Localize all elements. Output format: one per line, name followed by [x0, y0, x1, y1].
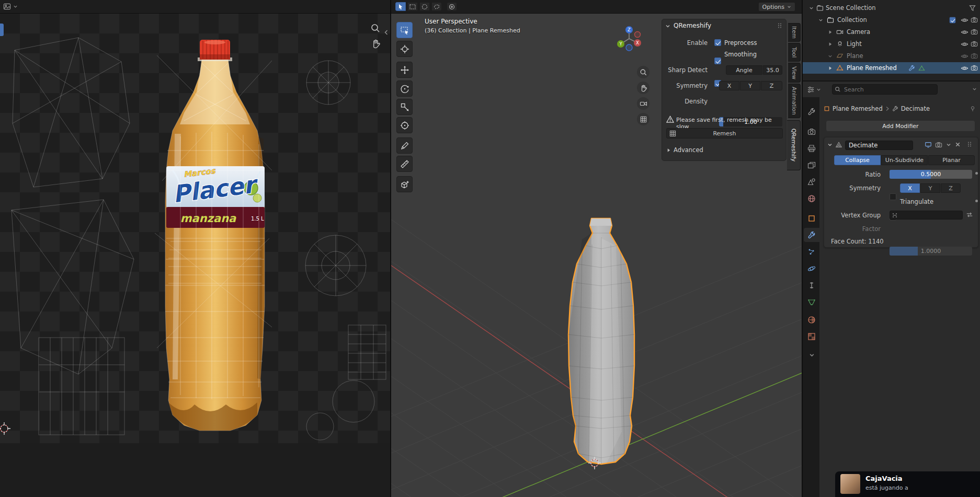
smoothing-checkbox[interactable]	[714, 57, 721, 64]
symmetry-y-button[interactable]: Y	[920, 183, 940, 193]
tool-add-cube-button[interactable]	[396, 176, 413, 192]
uv-pan-hand-icon[interactable]	[371, 39, 381, 49]
tab-constraints[interactable]	[804, 278, 819, 292]
rail-more-chevron-icon[interactable]	[804, 348, 819, 362]
panel-collapse-chevron-icon[interactable]	[827, 142, 833, 147]
tab-output[interactable]	[804, 141, 819, 155]
viewport-camera-view-icon[interactable]	[637, 97, 649, 110]
select-mode-lasso-button[interactable]	[431, 2, 442, 11]
npanel-tab-tool[interactable]: Tool	[788, 43, 801, 62]
tab-scene[interactable]	[804, 175, 819, 189]
ratio-animate-dot[interactable]	[975, 172, 978, 175]
tab-world[interactable]	[804, 191, 819, 205]
add-modifier-button[interactable]: Add Modifier	[826, 120, 975, 132]
vertex-group-field[interactable]	[890, 211, 963, 219]
select-mode-circle-button[interactable]	[419, 2, 430, 11]
tool-measure-button[interactable]	[396, 156, 413, 172]
navigation-gizmo[interactable]: Z Y X	[613, 23, 645, 54]
symmetry-x-button[interactable]: X	[900, 183, 920, 193]
hide-eye-icon[interactable]	[961, 28, 968, 36]
expand-chevron-icon[interactable]	[828, 66, 833, 71]
hide-eye-icon[interactable]	[961, 64, 968, 72]
editor-type-chevron-icon[interactable]	[816, 87, 821, 92]
qr-symmetry-z-button[interactable]: Z	[761, 81, 782, 90]
outliner-row-scene-collection[interactable]: Scene Collection	[803, 2, 980, 14]
render-camera-icon[interactable]	[971, 16, 978, 24]
tab-modifiers[interactable]	[804, 228, 819, 242]
tool-rotate-button[interactable]	[396, 80, 413, 97]
qremeshify-title[interactable]: QRemeshify	[674, 22, 711, 29]
render-camera-icon[interactable]	[971, 64, 978, 72]
image-editor-type-icon[interactable]	[3, 3, 11, 10]
display-editmode-icon[interactable]	[925, 141, 932, 148]
outliner-row-light[interactable]: Light	[803, 38, 980, 50]
factor-slider[interactable]: 1.0000	[890, 247, 972, 256]
panel-drag-dots-icon[interactable]	[777, 22, 783, 29]
hide-eye-icon[interactable]	[961, 16, 968, 24]
unsubdivide-tab[interactable]: Un-Subdivide	[881, 155, 928, 165]
advanced-label[interactable]: Advanced	[674, 146, 703, 154]
viewport-pan-hand-icon[interactable]	[637, 82, 649, 94]
ratio-slider[interactable]: 0.5000	[890, 170, 972, 179]
breadcrumb-object[interactable]: Plane Remeshed	[833, 105, 883, 112]
header-chevron-icon[interactable]	[972, 87, 977, 91]
properties-search[interactable]	[832, 84, 938, 95]
qr-symmetry-y-button[interactable]: Y	[740, 81, 760, 90]
npanel-tab-item[interactable]: Item	[788, 23, 801, 42]
pin-icon[interactable]	[970, 106, 976, 112]
viewport-perspective-toggle-icon[interactable]	[637, 113, 649, 125]
display-render-icon[interactable]	[935, 141, 942, 148]
tab-view-layer[interactable]	[804, 158, 819, 172]
tab-texture[interactable]	[804, 329, 819, 343]
outliner-row-collection[interactable]: Collection	[803, 14, 980, 26]
invert-vertex-group-icon[interactable]	[966, 211, 973, 218]
tab-material[interactable]	[804, 313, 819, 327]
expand-chevron-icon[interactable]	[828, 30, 833, 34]
viewport-zoom-icon[interactable]	[637, 66, 649, 78]
expand-chevron-icon[interactable]	[809, 6, 814, 10]
outliner-row-plane-remeshed[interactable]: Plane Remeshed	[803, 62, 980, 74]
modifier-extras-chevron-icon[interactable]	[946, 142, 951, 147]
select-mode-box-button[interactable]	[407, 2, 418, 11]
outliner-row-plane[interactable]: Plane	[803, 50, 980, 62]
editor-type-chevron-icon[interactable]	[13, 4, 18, 9]
proportional-edit-button[interactable]	[447, 2, 457, 11]
select-mode-tweak-button[interactable]	[395, 2, 406, 11]
render-camera-icon[interactable]	[971, 52, 978, 60]
uv-zoom-icon[interactable]	[370, 23, 381, 33]
tab-particles[interactable]	[804, 245, 819, 259]
render-camera-icon[interactable]	[971, 40, 978, 48]
uv-canvas[interactable]: Marcos Placer manzana 1.5 L	[0, 14, 390, 443]
angle-button[interactable]: Angle	[726, 65, 762, 75]
tab-object[interactable]	[804, 211, 819, 225]
expand-chevron-icon[interactable]	[828, 42, 833, 47]
close-icon[interactable]	[955, 142, 961, 147]
panel-drag-dots-icon[interactable]	[966, 141, 973, 147]
filter-funnel-icon[interactable]	[969, 5, 976, 11]
remesh-button[interactable]: Remesh	[666, 128, 783, 138]
tool-transform-button[interactable]	[396, 117, 413, 133]
symmetry-z-button[interactable]: Z	[941, 183, 961, 193]
search-input[interactable]	[832, 84, 938, 95]
tool-move-button[interactable]	[396, 62, 413, 78]
tool-select-box-button[interactable]	[396, 22, 413, 38]
expand-chevron-icon[interactable]	[828, 54, 833, 59]
advanced-expand-chevron-icon[interactable]	[666, 148, 671, 153]
viewport-canvas[interactable]: User Perspective (36) Collection | Plane…	[391, 14, 803, 497]
panel-collapse-chevron-icon[interactable]	[665, 24, 670, 29]
tab-render[interactable]	[804, 124, 819, 138]
uv-region-collapse-chevron-icon[interactable]	[384, 29, 389, 36]
viewport-options-button[interactable]: Options	[758, 2, 795, 11]
outliner-row-camera[interactable]: Camera	[803, 26, 980, 38]
tab-tool[interactable]	[804, 105, 819, 119]
npanel-tab-view[interactable]: View	[788, 63, 801, 83]
render-camera-icon[interactable]	[971, 28, 978, 36]
tool-scale-button[interactable]	[396, 99, 413, 115]
npanel-tab-qremeshify[interactable]: QRemeshify	[787, 120, 801, 170]
preprocess-checkbox[interactable]	[714, 39, 721, 46]
angle-value-field[interactable]: 35.0	[763, 65, 782, 75]
npanel-tab-animation[interactable]: Animation	[788, 84, 801, 118]
modifier-name-input[interactable]	[845, 141, 913, 150]
collapse-tab[interactable]: Collapse	[834, 155, 881, 165]
qr-symmetry-x-button[interactable]: X	[719, 81, 739, 90]
